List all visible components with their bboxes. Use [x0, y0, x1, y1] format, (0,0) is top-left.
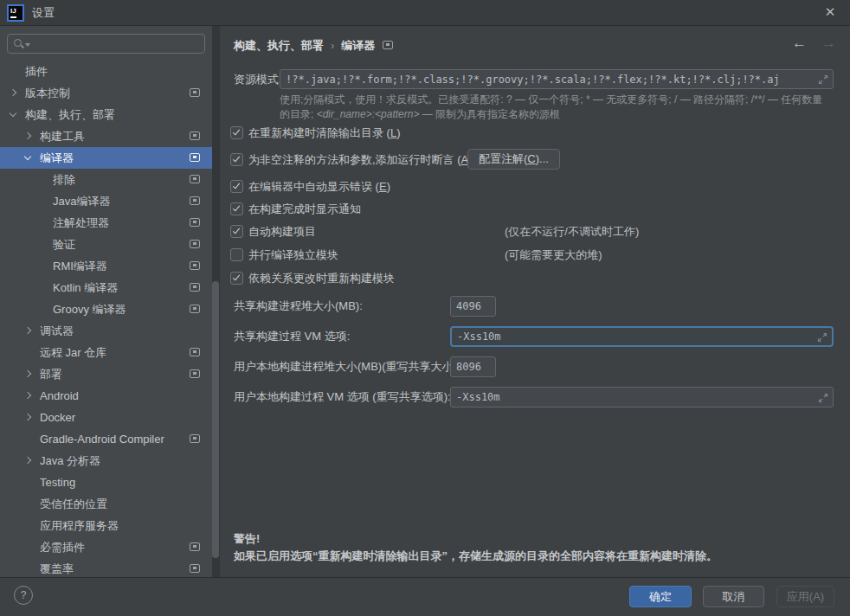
- chevron-right-icon[interactable]: [10, 89, 16, 96]
- monitor-icon: [190, 240, 200, 248]
- sidebar-item-label: 远程 Jar 仓库: [40, 342, 106, 363]
- sidebar-item-excludes[interactable]: 排除: [0, 169, 212, 190]
- sidebar-item-label: 覆盖率: [40, 558, 74, 577]
- search-input[interactable]: [34, 35, 203, 53]
- sidebar-item-groovy-compiler[interactable]: Groovy 编译器: [0, 298, 212, 320]
- warning-block: 警告! 如果已启用选项“重新构建时清除输出目录”，存储生成源的目录的全部内容将在…: [234, 530, 840, 565]
- monitor-icon: [190, 153, 200, 162]
- checkbox-comment: (可能需要更大的堆): [505, 246, 602, 264]
- sidebar-item-compiler[interactable]: 编译器: [0, 147, 212, 169]
- sidebar-item-kotlin-compiler[interactable]: Kotlin 编译器: [0, 277, 212, 298]
- resource-patterns-input[interactable]: [286, 70, 805, 88]
- warning-title: 警告!: [234, 530, 840, 548]
- cancel-button[interactable]: 取消: [703, 586, 764, 607]
- sidebar-item-android[interactable]: Android: [0, 385, 212, 407]
- checkbox[interactable]: [230, 202, 243, 215]
- chevron-down-icon[interactable]: [10, 110, 16, 117]
- checkbox[interactable]: [230, 153, 243, 166]
- help-icon[interactable]: ?: [14, 586, 33, 605]
- sidebar-item-label: 编译器: [40, 147, 74, 169]
- sidebar-item-annotation-processors[interactable]: 注解处理器: [0, 212, 212, 234]
- chevron-right-icon[interactable]: [24, 327, 31, 334]
- chevron-right-icon[interactable]: [24, 392, 31, 399]
- check-mark-icon: [233, 182, 240, 189]
- expand-field-icon[interactable]: [817, 332, 827, 343]
- checkbox[interactable]: [230, 180, 243, 193]
- user-heap-size-input[interactable]: [456, 357, 493, 376]
- shared-vm-options-field[interactable]: [450, 326, 834, 347]
- monitor-icon: [383, 41, 393, 49]
- checkbox-row-1: 在重新构建时清除输出目录 (L): [230, 124, 841, 142]
- resource-patterns-field[interactable]: [280, 69, 834, 89]
- shared-heap-size-field[interactable]: [450, 296, 496, 317]
- sidebar-item-validation[interactable]: 验证: [0, 234, 212, 255]
- sidebar-item-version-control[interactable]: 版本控制: [0, 82, 212, 104]
- configure-annotations-button[interactable]: 配置注解(C)...: [467, 149, 560, 170]
- checkbox[interactable]: [230, 126, 243, 139]
- sidebar-item-java-profiler[interactable]: Java 分析器: [0, 450, 212, 472]
- monitor-icon: [190, 283, 200, 292]
- sidebar-item-gradle-android-compiler[interactable]: Gradle-Android Compiler: [0, 428, 212, 450]
- sidebar-item-deployment[interactable]: 部署: [0, 363, 212, 385]
- sidebar-item-build-tools[interactable]: 构建工具: [0, 125, 212, 147]
- user-vm-options-field[interactable]: [450, 387, 834, 407]
- sidebar-item-required-plugins[interactable]: 必需插件: [0, 536, 212, 558]
- checkbox-label: 依赖关系更改时重新构建模块: [248, 269, 395, 287]
- sidebar-item-application-servers[interactable]: 应用程序服务器: [0, 515, 212, 536]
- checkbox-label: 在编辑器中自动显示错误 (E): [248, 177, 390, 196]
- checkbox[interactable]: [230, 225, 243, 238]
- sidebar-item-debugger[interactable]: 调试器: [0, 320, 212, 342]
- warning-text: 如果已启用选项“重新构建时清除输出目录”，存储生成源的目录的全部内容将在重新构建…: [234, 548, 840, 565]
- field-row-user-heap-size: 用户本地构建进程堆大小(MB)(重写共享大小):: [234, 356, 834, 377]
- user-vm-options-input[interactable]: [456, 388, 781, 407]
- breadcrumb-separator: ›: [324, 39, 341, 52]
- sidebar-scrollbar-track[interactable]: [212, 26, 220, 577]
- shared-vm-options-input[interactable]: [457, 328, 780, 345]
- chevron-right-icon[interactable]: [24, 414, 31, 420]
- chevron-right-icon[interactable]: [24, 132, 31, 139]
- sidebar-item-docker[interactable]: Docker: [0, 407, 212, 428]
- breadcrumb-build-execution-deployment[interactable]: 构建、执行、部署: [234, 39, 324, 52]
- checkbox-label: 在重新构建时清除输出目录 (L): [248, 124, 401, 142]
- checkbox[interactable]: [230, 272, 243, 285]
- field-row-shared-vm-options: 共享构建过程 VM 选项:: [234, 326, 834, 347]
- sidebar-item-rmi-compiler[interactable]: RMI编译器: [0, 255, 212, 277]
- sidebar-item-remote-jar-repositories[interactable]: 远程 Jar 仓库: [0, 342, 212, 363]
- check-mark-icon: [233, 155, 240, 163]
- monitor-icon: [190, 542, 200, 551]
- back-arrow-icon[interactable]: ←: [792, 35, 807, 51]
- sidebar-item-label: 版本控制: [25, 82, 70, 104]
- chevron-down-icon[interactable]: [24, 153, 31, 160]
- ok-button[interactable]: 确定: [629, 586, 692, 607]
- sidebar-item-build-execution-deployment[interactable]: 构建、执行、部署: [0, 104, 212, 125]
- sidebar-item-plugins[interactable]: 插件: [0, 61, 212, 82]
- shared-heap-size-input[interactable]: [456, 297, 493, 316]
- close-icon[interactable]: ✕: [817, 0, 843, 26]
- sidebar-item-testing[interactable]: Testing: [0, 472, 212, 493]
- checkbox[interactable]: [230, 248, 243, 261]
- checkbox-row-7: 依赖关系更改时重新构建模块: [230, 269, 841, 287]
- user-heap-size-field[interactable]: [450, 356, 496, 377]
- apply-button: 应用(A): [776, 586, 834, 607]
- search-box[interactable]: [7, 34, 205, 54]
- compiler-options-checkboxes: 在重新构建时清除输出目录 (L)为非空注释的方法和参数,添加运行时断言 (A)配…: [230, 124, 841, 292]
- sidebar-item-coverage[interactable]: 覆盖率: [0, 558, 212, 577]
- search-icon: [14, 39, 22, 47]
- sidebar-item-label: 构建工具: [40, 125, 85, 147]
- sidebar-item-label: 部署: [40, 363, 62, 385]
- sidebar-item-trusted-locations[interactable]: 受信任的位置: [0, 493, 212, 515]
- sidebar-item-java-compiler[interactable]: Java编译器: [0, 190, 212, 212]
- expand-field-icon[interactable]: [818, 74, 828, 85]
- monitor-icon: [190, 261, 200, 270]
- chevron-right-icon[interactable]: [24, 457, 31, 464]
- sidebar-item-label: Gradle-Android Compiler: [40, 428, 164, 450]
- shared-heap-size-label: 共享构建进程堆大小(MB):: [234, 296, 363, 317]
- search-options-caret-icon[interactable]: [25, 43, 30, 47]
- sidebar-item-label: Android: [40, 385, 79, 407]
- chevron-right-icon[interactable]: [24, 370, 31, 377]
- monitor-icon: [190, 88, 200, 97]
- monitor-icon: [190, 564, 200, 573]
- checkbox-row-2: 为非空注释的方法和参数,添加运行时断言 (A)配置注解(C)...: [230, 151, 841, 169]
- sidebar-scrollbar-thumb[interactable]: [212, 281, 219, 558]
- expand-field-icon[interactable]: [818, 393, 828, 403]
